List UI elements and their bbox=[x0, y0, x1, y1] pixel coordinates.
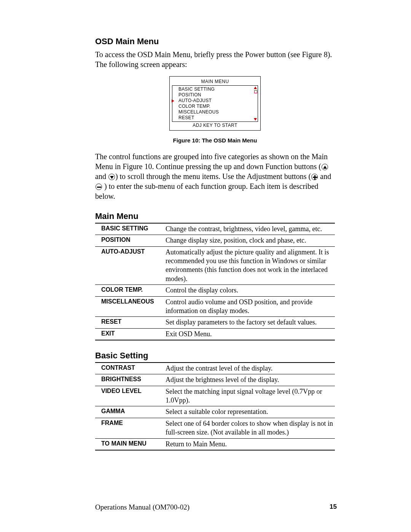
subsection-heading: Basic Setting bbox=[95, 350, 335, 363]
subsection-heading: Main Menu bbox=[95, 211, 335, 224]
osd-menu-item: BASIC SETTING bbox=[175, 86, 255, 92]
osd-figure-title: MAIN MENU bbox=[172, 79, 258, 85]
row-description: Adjust the contrast level of the display… bbox=[166, 363, 335, 374]
row-label: EXIT bbox=[95, 328, 166, 340]
osd-menu-item: RESET bbox=[175, 115, 255, 121]
osd-figure-inner: BASIC SETTINGPOSITIONAUTO-ADJUSTCOLOR TE… bbox=[172, 85, 258, 122]
desc-text: ) to scroll through the menu items. Use … bbox=[115, 172, 311, 181]
table-row: TO MAIN MENUReturn to Main Menu. bbox=[95, 438, 335, 450]
row-description: Select a suitable color representation. bbox=[166, 406, 335, 418]
row-label: FRAME bbox=[95, 418, 166, 438]
table-row: MISCELLANEOUSControl audio volume and OS… bbox=[95, 296, 335, 317]
description-paragraph: The control functions are grouped into f… bbox=[95, 152, 335, 201]
row-label: COLOR TEMP. bbox=[95, 285, 166, 296]
row-label: BASIC SETTING bbox=[95, 224, 166, 235]
figure-caption: Figure 10: The OSD Main Menu bbox=[95, 137, 335, 144]
desc-text: The control functions are grouped into f… bbox=[95, 152, 328, 171]
row-description: Change the contrast, brightness, video l… bbox=[166, 224, 335, 235]
row-description: Adjust the brightness level of the displ… bbox=[166, 374, 335, 386]
table-row: FRAMESelect one of 64 border colors to s… bbox=[95, 418, 335, 438]
osd-menu-item: AUTO-ADJUST bbox=[175, 98, 255, 104]
minus-icon bbox=[96, 184, 102, 190]
row-description: Set display parameters to the factory se… bbox=[166, 317, 335, 328]
footer-left: Operations Manual (OM700-02) bbox=[95, 503, 190, 512]
row-label: POSITION bbox=[95, 235, 166, 246]
definition-table: BASIC SETTINGChange the contrast, bright… bbox=[95, 224, 335, 340]
row-description: Automatically adjust the picture quality… bbox=[166, 246, 335, 285]
row-description: Return to Main Menu. bbox=[166, 438, 335, 450]
table-row: EXITExit OSD Menu. bbox=[95, 328, 335, 340]
table-row: GAMMASelect a suitable color representat… bbox=[95, 406, 335, 418]
table-row: COLOR TEMP.Control the display colors. bbox=[95, 285, 335, 296]
osd-menu-item: MISCELLANEOUS bbox=[175, 109, 255, 115]
table-row: BASIC SETTINGChange the contrast, bright… bbox=[95, 224, 335, 235]
up-arrow-icon bbox=[322, 164, 328, 170]
row-label: VIDEO LEVEL bbox=[95, 386, 166, 406]
table-row: VIDEO LEVELSelect the matching input sig… bbox=[95, 386, 335, 406]
desc-text: ) to enter the sub-menu of each function… bbox=[95, 182, 319, 200]
plus-icon bbox=[311, 174, 318, 180]
row-label: MISCELLANEOUS bbox=[95, 296, 166, 317]
row-label: BRIGHTNESS bbox=[95, 374, 166, 386]
row-description: Change display size, position, clock and… bbox=[166, 235, 335, 246]
page-number: 15 bbox=[330, 503, 337, 512]
row-description: Select the matching input signal voltage… bbox=[166, 386, 335, 406]
table-row: CONTRASTAdjust the contrast level of the… bbox=[95, 363, 335, 374]
row-label: CONTRAST bbox=[95, 363, 166, 374]
page-footer: Operations Manual (OM700-02) 15 bbox=[95, 503, 337, 512]
table-row: RESETSet display parameters to the facto… bbox=[95, 317, 335, 328]
table-row: POSITIONChange display size, position, c… bbox=[95, 235, 335, 246]
row-description: Control audio volume and OSD position, a… bbox=[166, 296, 335, 317]
definition-table: CONTRASTAdjust the contrast level of the… bbox=[95, 363, 335, 451]
row-description: Control the display colors. bbox=[166, 285, 335, 296]
row-description: Exit OSD Menu. bbox=[166, 328, 335, 340]
osd-figure: MAIN MENU BASIC SETTINGPOSITIONAUTO-ADJU… bbox=[169, 76, 261, 131]
osd-menu-item: COLOR TEMP. bbox=[175, 104, 255, 109]
osd-figure-footer: ADJ KEY TO START bbox=[172, 123, 258, 129]
row-description: Select one of 64 border colors to show w… bbox=[166, 418, 335, 438]
row-label: GAMMA bbox=[95, 406, 166, 418]
section-heading: OSD Main Menu bbox=[95, 36, 335, 47]
osd-menu-item: POSITION bbox=[175, 92, 255, 98]
row-label: TO MAIN MENU bbox=[95, 438, 166, 450]
down-arrow-icon bbox=[108, 174, 115, 180]
desc-text: and bbox=[318, 172, 331, 181]
row-label: AUTO-ADJUST bbox=[95, 246, 166, 285]
desc-text: and bbox=[95, 172, 108, 181]
table-row: BRIGHTNESSAdjust the brightness level of… bbox=[95, 374, 335, 386]
row-label: RESET bbox=[95, 317, 166, 328]
table-row: AUTO-ADJUSTAutomatically adjust the pict… bbox=[95, 246, 335, 285]
intro-paragraph: To access the OSD Main Menu, briefly pre… bbox=[95, 50, 335, 69]
